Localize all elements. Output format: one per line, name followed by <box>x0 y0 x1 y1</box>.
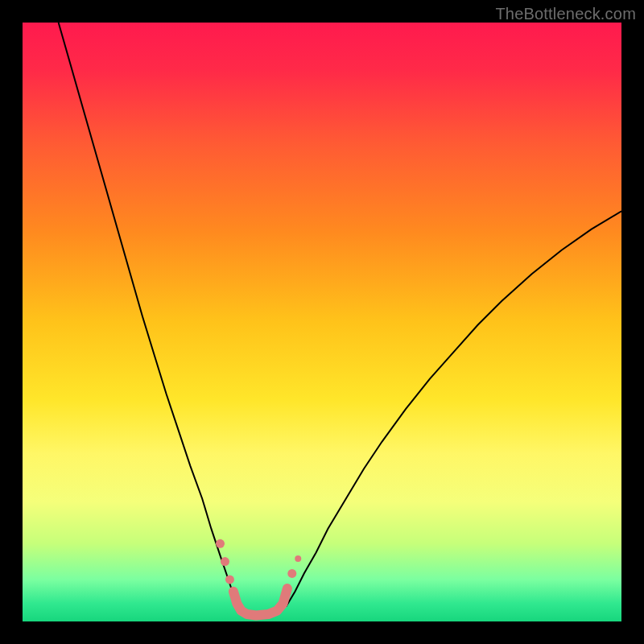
left-dot-3 <box>225 575 234 584</box>
watermark-text: TheBottleneck.com <box>495 5 636 23</box>
chart-frame <box>23 23 621 621</box>
left-dot-2 <box>221 557 229 566</box>
chart-svg <box>23 23 621 621</box>
right-dot-1 <box>287 569 296 578</box>
chart-background <box>23 23 621 621</box>
left-dot-1 <box>216 539 225 548</box>
right-dot-2 <box>295 555 301 562</box>
